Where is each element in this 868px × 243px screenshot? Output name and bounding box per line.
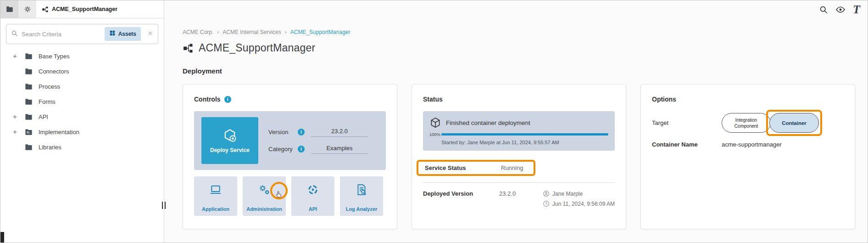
administration-tile[interactable]: Administration <box>243 176 286 216</box>
deploy-service-icon <box>223 128 237 143</box>
clock-icon <box>543 200 550 207</box>
breadcrumb-acme-corp[interactable]: ACME Corp. <box>183 29 223 35</box>
deployment-progress: 100% <box>429 132 608 137</box>
page-title: ACME_SupportManager <box>199 42 315 54</box>
tree-item-base-types[interactable]: Base Types <box>0 49 164 64</box>
log-analyzer-tile[interactable]: Log Analyzer <box>340 176 383 216</box>
project-icon <box>183 43 194 54</box>
sidebar-panel: ACME_SupportManager Assets Base Types Co… <box>0 0 164 243</box>
status-card-title: Status <box>423 96 443 103</box>
folder-icon <box>24 113 33 121</box>
preview-eye-icon[interactable] <box>835 5 846 15</box>
deploy-panel: Deploy Service Version i 23.2.0 Category… <box>194 111 386 170</box>
expand-icon[interactable] <box>9 129 21 135</box>
integration-component-option[interactable]: Integration Component <box>722 113 771 133</box>
tree-item-process[interactable]: Process <box>0 79 164 94</box>
assets-filter-chip[interactable]: Assets <box>105 27 141 41</box>
page-header: ACME_SupportManager <box>183 42 868 54</box>
tree-item-libraries[interactable]: Libraries <box>0 140 164 155</box>
target-row: Target Integration Component Container <box>652 113 844 133</box>
category-input[interactable]: Examples <box>311 145 368 154</box>
sidebar-resize-handle[interactable] <box>162 202 166 209</box>
deployment-cards: Controls i Deploy Service Version i 23.2… <box>183 84 868 229</box>
breadcrumb-current[interactable]: ACME_SupportManager <box>290 29 351 35</box>
assets-grid-icon <box>109 30 116 38</box>
tree-item-label: Process <box>39 83 60 90</box>
divider <box>423 182 615 183</box>
options-card: Options Target Integration Component Con… <box>640 84 855 229</box>
info-icon[interactable]: i <box>298 146 305 153</box>
target-toggle: Integration Component Container <box>722 113 819 133</box>
annotation-circle <box>270 182 288 199</box>
tree-item-label: Base Types <box>39 53 70 60</box>
breadcrumb-acme-internal-services[interactable]: ACME Internal Services <box>223 29 290 35</box>
tree-item-label: Forms <box>39 98 56 105</box>
application-icon <box>209 183 222 196</box>
api-icon <box>306 183 319 196</box>
panel-edge <box>0 232 4 243</box>
search-icon <box>11 30 18 39</box>
service-status-label: Service Status <box>425 164 501 171</box>
project-icon <box>42 6 49 13</box>
container-option[interactable]: Container <box>769 113 819 133</box>
progress-bar <box>441 133 608 136</box>
info-icon[interactable]: i <box>224 96 231 103</box>
tree-item-api[interactable]: API <box>0 109 164 124</box>
log-analyzer-icon <box>355 183 368 196</box>
tree-item-implementation[interactable]: Implementation <box>0 124 164 140</box>
brand-logo: T <box>853 4 860 16</box>
service-status-value: Running <box>501 164 523 171</box>
search-box: Assets <box>6 24 158 44</box>
deployed-version-row: Deployed Version 23.2.0 Jane Marple Jun … <box>423 190 615 207</box>
search-input[interactable] <box>22 31 101 38</box>
target-label: Target <box>652 119 722 126</box>
settings-button[interactable] <box>18 0 36 18</box>
project-folder-button[interactable] <box>0 0 18 18</box>
deployed-version-value: 23.2.0 <box>499 190 516 197</box>
progress-percent: 100% <box>429 132 441 137</box>
tree-item-label: API <box>39 113 48 120</box>
clear-search-icon[interactable] <box>147 30 153 38</box>
administration-icon <box>258 183 271 196</box>
version-input[interactable]: 23.2.0 <box>311 128 368 137</box>
container-icon <box>429 117 441 129</box>
deployment-status-panel: Finished container deployment 100% Start… <box>423 111 615 151</box>
deployed-by: Jane Marple <box>552 191 583 197</box>
version-label: Version <box>268 129 295 136</box>
tree-item-label: Implementation <box>39 129 79 136</box>
assets-chip-label: Assets <box>118 31 136 37</box>
deployed-version-label: Deployed Version <box>423 190 499 197</box>
category-label: Category <box>268 146 295 153</box>
deploy-fields: Version i 23.2.0 Category i Examples <box>268 117 378 164</box>
deploy-service-button[interactable]: Deploy Service <box>201 117 258 164</box>
folder-icon <box>24 52 33 61</box>
deployment-message: Finished container deployment <box>446 119 530 126</box>
sidebar-topbar: ACME_SupportManager <box>0 0 164 18</box>
folder-icon <box>24 143 33 152</box>
tree-item-forms[interactable]: Forms <box>0 94 164 109</box>
folder-icon <box>24 67 33 76</box>
expand-icon[interactable] <box>9 114 21 120</box>
breadcrumb: ACME Corp. ACME Internal Services ACME_S… <box>183 29 868 35</box>
person-icon <box>543 190 550 197</box>
expand-icon[interactable] <box>9 53 21 59</box>
folder-icon <box>6 5 14 13</box>
folder-icon <box>24 97 33 106</box>
app-window: T ACME_SupportManager Assets Base <box>0 0 868 243</box>
project-tab[interactable]: ACME_SupportManager <box>36 0 123 18</box>
deployment-section-title: Deployment <box>183 67 868 75</box>
api-tile[interactable]: API <box>291 176 334 216</box>
implementation-folder-icon <box>24 128 33 136</box>
controls-card: Controls i Deploy Service Version i 23.2… <box>183 84 397 229</box>
category-field: Category i Examples <box>268 145 378 154</box>
container-name-label: Container Name <box>652 141 722 148</box>
application-tile[interactable]: Application <box>194 176 237 216</box>
asset-tree: Base Types Connectors Process Forms API <box>0 49 164 155</box>
deployed-at: Jun 11, 2024, 9:56:09 AM <box>552 201 615 207</box>
service-status-highlight: Service Status Running <box>417 160 535 176</box>
global-toolbar: T <box>819 4 860 16</box>
info-icon[interactable]: i <box>298 129 305 136</box>
container-name-value: acme-supportmanager <box>722 141 782 148</box>
global-search-icon[interactable] <box>819 5 828 14</box>
tree-item-connectors[interactable]: Connectors <box>0 64 164 79</box>
